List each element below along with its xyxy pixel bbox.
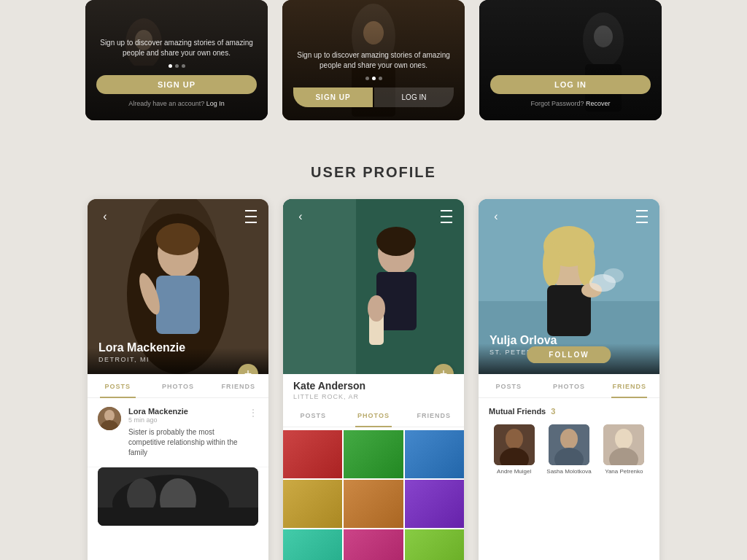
friend-item-1: Andre Muigel bbox=[489, 424, 539, 475]
tab-friends-kate[interactable]: FRIENDS bbox=[403, 403, 464, 427]
profile-location-lora: DETROIT, MI bbox=[98, 356, 258, 363]
photo-thumb-5[interactable] bbox=[344, 480, 403, 528]
mutual-title: Mutual Friends 3 bbox=[489, 407, 649, 416]
svg-point-43 bbox=[603, 268, 624, 283]
svg-point-33 bbox=[368, 295, 385, 322]
photo-thumb-4[interactable] bbox=[283, 480, 342, 528]
post-text-lora: Sister is probably the most competitive … bbox=[128, 427, 241, 458]
friend-avatar-yana[interactable] bbox=[603, 424, 644, 465]
back-icon-yulja[interactable]: ‹ bbox=[487, 208, 505, 225]
friend-avatar-sasha[interactable] bbox=[549, 424, 589, 465]
friends-grid: Andre Muigel Sasha Molotkova bbox=[489, 424, 649, 475]
friends-section-yulja: Mutual Friends 3 Andre Muigel bbox=[479, 398, 659, 484]
card-dots-2 bbox=[293, 77, 454, 80]
signup-button-1[interactable]: SIGN UP bbox=[96, 75, 257, 94]
profile-card-kate: ‹ + Kate Anderson LITTLE ROCK, AR POSTS … bbox=[283, 199, 464, 560]
friend-name-2: Sasha Molotkova bbox=[543, 468, 594, 475]
profiles-section: ‹ Lora Mackenzie DETROIT, MI + POSTS PHO… bbox=[0, 199, 747, 560]
tab-posts-yulja[interactable]: POSTS bbox=[479, 374, 539, 397]
photo-thumb-2[interactable] bbox=[344, 430, 403, 478]
tab-posts-lora[interactable]: POSTS bbox=[88, 374, 148, 397]
dot-4 bbox=[365, 77, 369, 80]
login-button-3[interactable]: LOG IN bbox=[490, 75, 651, 94]
svg-point-16 bbox=[156, 223, 200, 255]
dot-2 bbox=[175, 64, 179, 68]
card-content-2: Sign up to discover amazing stories of a… bbox=[282, 50, 465, 107]
login-link-1[interactable]: Log In bbox=[206, 100, 225, 107]
tab-friends-yulja[interactable]: FRIENDS bbox=[599, 374, 659, 397]
card-tagline-1: Sign up to discover amazing stories of a… bbox=[96, 38, 257, 58]
dot-5 bbox=[372, 77, 376, 80]
card-dots-1 bbox=[96, 64, 257, 68]
login-button-2[interactable]: LOG IN bbox=[374, 88, 454, 107]
photo-thumb-6[interactable] bbox=[405, 480, 464, 528]
profile-name-lora: Lora Mackenzie bbox=[98, 341, 258, 354]
signup-card-2: Sign up to discover amazing stories of a… bbox=[282, 0, 465, 120]
mutual-count: 3 bbox=[551, 407, 555, 416]
tab-photos-yulja[interactable]: PHOTOS bbox=[539, 374, 600, 397]
profile-hero-lora: ‹ Lora Mackenzie DETROIT, MI + bbox=[88, 199, 268, 374]
tab-photos-lora[interactable]: PHOTOS bbox=[148, 374, 209, 397]
profile-card-lora: ‹ Lora Mackenzie DETROIT, MI + POSTS PHO… bbox=[88, 199, 268, 560]
dot-6 bbox=[379, 77, 382, 80]
friend-item-3: Yana Petrenko bbox=[599, 424, 649, 475]
card-tagline-2: Sign up to discover amazing stories of a… bbox=[293, 50, 454, 71]
friend-name-1: Andre Muigel bbox=[489, 468, 539, 475]
profile-hero-kate: ‹ + bbox=[283, 199, 464, 374]
friend-name-3: Yana Petrenko bbox=[599, 468, 649, 475]
hero-overlay-yulja: Yulja Orlova ST. PETERSBURG, RUSSIA FOLL… bbox=[479, 323, 659, 374]
post-more-lora[interactable]: ⋮ bbox=[248, 407, 258, 419]
friend-avatar-andre[interactable] bbox=[494, 424, 535, 465]
post-info-lora: Lora Mackenzie 5 min ago Sister is proba… bbox=[128, 407, 241, 458]
section-title: USER PROFILE bbox=[0, 164, 747, 181]
follow-button-yulja[interactable]: FOLLOW bbox=[527, 346, 611, 363]
svg-point-30 bbox=[376, 227, 416, 256]
post-time-lora: 5 min ago bbox=[128, 416, 241, 424]
svg-rect-17 bbox=[156, 276, 200, 334]
tab-photos-kate[interactable]: PHOTOS bbox=[344, 403, 404, 427]
post-avatar-lora bbox=[98, 407, 121, 430]
already-text: Already have an account? Log In bbox=[96, 100, 257, 107]
tab-friends-lora[interactable]: FRIENDS bbox=[208, 374, 268, 397]
kate-info-area: Kate Anderson LITTLE ROCK, AR bbox=[283, 374, 464, 403]
signup-card-1: Sign up to discover amazing stories of a… bbox=[85, 0, 268, 120]
photos-grid-kate bbox=[283, 427, 464, 560]
top-section: Sign up to discover amazing stories of a… bbox=[0, 0, 747, 142]
svg-point-38 bbox=[543, 243, 560, 287]
back-icon-lora[interactable]: ‹ bbox=[96, 208, 114, 225]
profile-hero-yulja: ‹ Yulja Orlova ST. PETERSBURG, RUSSIA FO… bbox=[479, 199, 659, 374]
menu-icon-yulja[interactable] bbox=[633, 208, 651, 225]
post-author-lora: Lora Mackenzie bbox=[128, 407, 241, 416]
menu-icon-kate[interactable] bbox=[438, 208, 455, 225]
post-image-lora bbox=[98, 467, 258, 526]
photo-thumb-1[interactable] bbox=[283, 430, 342, 478]
photo-thumb-9[interactable] bbox=[405, 529, 464, 560]
profile-tabs-lora: POSTS PHOTOS FRIENDS bbox=[88, 374, 268, 398]
photo-thumb-7[interactable] bbox=[283, 529, 342, 560]
card-content-1: Sign up to discover amazing stories of a… bbox=[85, 38, 268, 107]
svg-rect-28 bbox=[283, 199, 356, 374]
dot-1 bbox=[169, 64, 172, 68]
card-content-3: LOG IN Forgot Password? Recover bbox=[479, 75, 662, 107]
profile-tabs-yulja: POSTS PHOTOS FRIENDS bbox=[479, 374, 659, 398]
photo-thumb-8[interactable] bbox=[344, 529, 403, 560]
menu-icon-lora[interactable] bbox=[242, 208, 260, 225]
dot-3 bbox=[182, 64, 185, 68]
svg-point-45 bbox=[506, 429, 523, 449]
profile-card-yulja: ‹ Yulja Orlova ST. PETERSBURG, RUSSIA FO… bbox=[479, 199, 659, 560]
friend-item-2: Sasha Molotkova bbox=[543, 424, 594, 475]
photo-thumb-3[interactable] bbox=[405, 430, 464, 478]
tab-posts-kate[interactable]: POSTS bbox=[283, 403, 344, 427]
signup-card-3: LOG IN Forgot Password? Recover bbox=[479, 0, 662, 120]
post-item-lora: Lora Mackenzie 5 min ago Sister is proba… bbox=[88, 398, 268, 467]
card-btn-row: SIGN UP LOG IN bbox=[293, 88, 454, 107]
profile-tabs-kate: POSTS PHOTOS FRIENDS bbox=[283, 403, 464, 427]
recover-link[interactable]: Recover bbox=[586, 100, 611, 107]
svg-point-48 bbox=[560, 429, 578, 449]
svg-rect-26 bbox=[98, 508, 258, 526]
signup-button-2[interactable]: SIGN UP bbox=[293, 88, 373, 107]
section-title-area: USER PROFILE bbox=[0, 142, 747, 199]
profile-name-yulja: Yulja Orlova bbox=[489, 334, 649, 347]
hero-image-kate bbox=[283, 199, 464, 374]
back-icon-kate[interactable]: ‹ bbox=[292, 208, 309, 225]
